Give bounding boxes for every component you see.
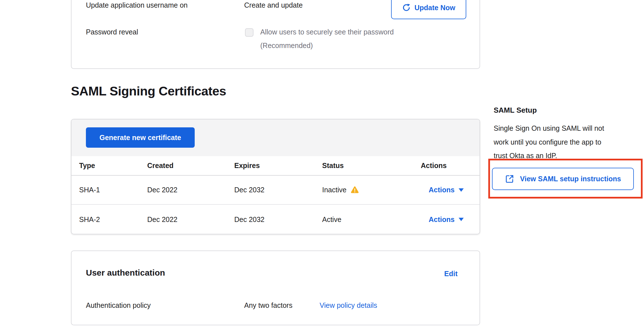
- view-saml-setup-button[interactable]: View SAML setup instructions: [492, 168, 634, 190]
- caret-down-icon: [459, 218, 464, 221]
- table-row: SHA-2 Dec 2022 Dec 2032 Active Actions: [71, 205, 480, 234]
- auth-policy-value: Any two factors: [244, 301, 292, 309]
- cell-type: SHA-1: [79, 176, 100, 204]
- actions-label: Actions: [429, 215, 455, 224]
- status-text: Inactive: [322, 186, 346, 194]
- cell-status: Inactive: [322, 176, 359, 204]
- column-header-actions: Actions: [421, 156, 447, 175]
- cell-status: Active: [322, 205, 341, 234]
- sign-on-settings-card: Update application username on Create an…: [71, 0, 480, 69]
- user-auth-heading: User authentication: [86, 268, 165, 278]
- description-line: work until you configure the app to: [494, 135, 635, 149]
- saml-setup-heading: SAML Setup: [494, 106, 537, 115]
- page-title: SAML Signing Certificates: [71, 84, 226, 99]
- cell-created: Dec 2022: [147, 205, 177, 234]
- warning-icon: [351, 186, 359, 194]
- password-reveal-label: Password reveal: [86, 28, 138, 36]
- description-line: Single Sign On using SAML will not: [494, 121, 635, 135]
- column-header-status: Status: [322, 156, 344, 175]
- caret-down-icon: [459, 188, 464, 192]
- password-reveal-checkbox[interactable]: [245, 28, 253, 37]
- actions-menu-button[interactable]: Actions: [429, 176, 464, 204]
- cell-expires: Dec 2032: [234, 205, 264, 234]
- auth-policy-label: Authentication policy: [86, 301, 151, 309]
- user-authentication-card: User authentication Edit Authentication …: [71, 250, 480, 325]
- actions-label: Actions: [429, 186, 455, 194]
- view-saml-setup-label: View SAML setup instructions: [520, 175, 621, 183]
- password-reveal-description: Allow users to securely see their passwo…: [260, 28, 394, 36]
- certificates-panel: Generate new certificate Type Created Ex…: [71, 119, 480, 234]
- view-policy-details-link[interactable]: View policy details: [320, 301, 377, 309]
- cell-type: SHA-2: [79, 205, 100, 234]
- cell-created: Dec 2022: [147, 176, 177, 204]
- generate-certificate-button[interactable]: Generate new certificate: [86, 127, 195, 148]
- cell-expires: Dec 2032: [234, 176, 264, 204]
- column-header-expires: Expires: [234, 156, 260, 175]
- column-header-created: Created: [147, 156, 174, 175]
- update-now-button[interactable]: Update Now: [391, 0, 466, 19]
- update-now-label: Update Now: [415, 4, 455, 12]
- table-row: SHA-1 Dec 2022 Dec 2032 Inactive Actions: [71, 176, 480, 205]
- external-link-icon: [505, 174, 514, 184]
- update-username-value: Create and update: [244, 1, 303, 9]
- password-reveal-recommended: (Recommended): [260, 42, 313, 50]
- update-username-label: Update application username on: [86, 1, 188, 9]
- table-header-row: Type Created Expires Status Actions: [71, 156, 480, 176]
- page: Update application username on Create an…: [0, 0, 644, 327]
- edit-link[interactable]: Edit: [444, 270, 457, 278]
- actions-menu-button[interactable]: Actions: [429, 205, 464, 234]
- column-header-type: Type: [79, 156, 95, 175]
- generate-certificate-label: Generate new certificate: [99, 134, 181, 142]
- saml-setup-description: Single Sign On using SAML will not work …: [494, 121, 635, 163]
- refresh-icon: [402, 3, 411, 12]
